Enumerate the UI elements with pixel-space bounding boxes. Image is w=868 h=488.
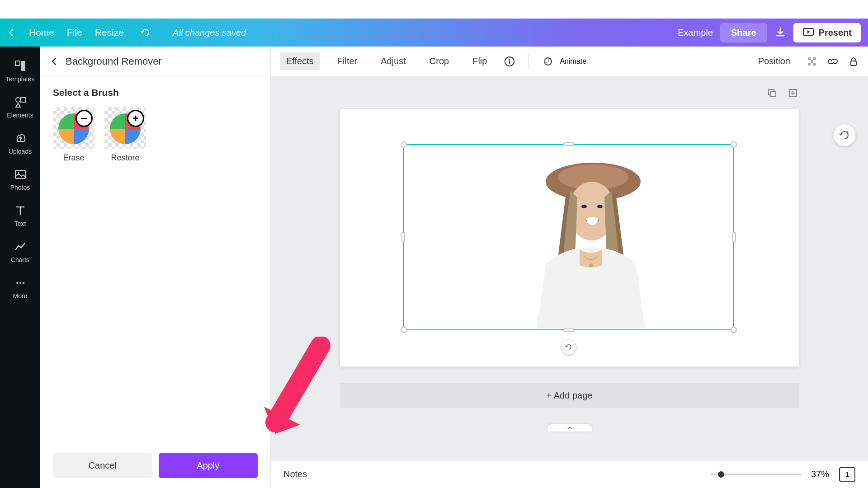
svg-rect-21 [770,91,776,97]
text-icon [14,204,27,217]
present-label: Present [819,28,852,38]
brush-restore-label: Restore [111,153,139,163]
present-button[interactable]: Present [793,23,861,42]
position-button[interactable]: Position [752,52,797,70]
nav-uploads-label: Uploads [9,148,32,155]
brush-restore[interactable]: + Restore [104,107,146,163]
svg-rect-2 [21,61,25,71]
app-header: Home File Resize All changes saved Examp… [0,19,868,47]
svg-rect-15 [813,57,816,60]
nav-templates[interactable]: Templates [0,53,40,89]
duplicate-page-icon[interactable] [766,87,778,99]
nav-photos[interactable]: Photos [0,161,40,197]
svg-point-7 [16,282,18,284]
photos-icon [14,168,27,181]
resize-handle-tl[interactable] [401,141,407,148]
nav-more-label: More [13,292,28,300]
svg-rect-1 [15,61,20,66]
link-icon[interactable] [827,56,838,67]
filter-button[interactable]: Filter [331,52,363,70]
nav-more[interactable]: More [0,270,40,306]
transparency-icon[interactable] [807,56,817,67]
sidebar-nav: Templates Elements Uploads Photos Text [0,47,40,488]
add-page-button[interactable]: + Add page [340,383,799,408]
nav-elements[interactable]: Elements [0,89,40,125]
svg-point-3 [16,98,20,102]
save-status-label: All changes saved [173,28,246,38]
elements-icon [14,95,27,109]
zoom-slider[interactable] [711,474,801,475]
minus-circle-icon: − [75,110,93,127]
brush-erase-preview: − [53,107,94,149]
plus-circle-icon: + [127,110,144,127]
expand-handle[interactable] [547,424,592,432]
selection-box[interactable] [403,144,734,330]
bottom-bar: Notes 37% 1 [271,460,868,488]
zoom-percent-label: 37% [811,469,829,479]
resize-button[interactable]: Resize [95,27,124,38]
nav-uploads[interactable]: Uploads [0,125,40,161]
back-arrow-icon[interactable] [7,28,16,37]
charts-icon [14,240,27,253]
download-icon[interactable] [774,27,786,38]
canvas-page[interactable] [340,109,799,366]
brush-erase-label: Erase [63,153,84,163]
info-icon[interactable] [504,56,515,67]
chevron-back-icon[interactable] [49,56,59,66]
lock-icon[interactable] [848,56,859,67]
apply-button[interactable]: Apply [159,453,258,478]
home-button[interactable]: Home [29,27,54,38]
undo-icon[interactable] [140,27,151,38]
svg-rect-17 [808,63,811,66]
svg-point-9 [23,282,24,284]
adjust-button[interactable]: Adjust [374,52,412,70]
nav-text[interactable]: Text [0,197,40,234]
effects-button[interactable]: Effects [280,52,320,70]
cancel-button[interactable]: Cancel [53,453,152,478]
brush-section-title: Select a Brush [53,87,258,98]
nav-photos-label: Photos [10,184,30,191]
resize-edge-left[interactable] [401,232,405,243]
svg-point-11 [509,59,510,60]
templates-icon [14,59,27,73]
svg-rect-16 [811,60,813,63]
add-page-icon[interactable] [787,87,799,99]
brush-erase[interactable]: − Erase [53,107,94,163]
nav-templates-label: Templates [6,75,35,83]
svg-rect-14 [808,57,811,60]
animate-button[interactable]: Animate [542,56,586,67]
floating-action-button[interactable] [834,124,855,146]
animate-icon [542,56,553,67]
resize-edge-top[interactable] [563,142,574,146]
resize-handle-bl[interactable] [401,327,407,333]
svg-rect-5 [15,170,25,178]
canvas-toolbar: Effects Filter Adjust Crop Flip Animate … [271,47,868,76]
svg-rect-18 [813,63,816,66]
more-icon [14,276,27,290]
svg-point-12 [544,58,552,65]
notes-button[interactable]: Notes [283,469,307,479]
resize-handle-br[interactable] [731,327,737,333]
crop-button[interactable]: Crop [423,52,455,70]
nav-text-label: Text [14,220,26,227]
zoom-slider-thumb[interactable] [718,471,724,478]
uploads-icon [14,131,27,145]
nav-charts[interactable]: Charts [0,234,40,270]
page-grid-button[interactable]: 1 [839,467,855,482]
resize-edge-right[interactable] [732,232,736,243]
svg-rect-4 [21,98,25,102]
svg-rect-19 [851,61,856,66]
canvas-area: Effects Filter Adjust Crop Flip Animate … [271,47,868,488]
svg-point-8 [19,282,21,284]
rotate-handle[interactable] [561,339,576,355]
resize-handle-tr[interactable] [731,141,737,148]
example-button[interactable]: Example [678,28,713,38]
resize-edge-bottom[interactable] [563,328,574,332]
side-panel: Background Remover Select a Brush − Eras… [40,47,271,488]
animate-label: Animate [560,57,586,66]
nav-charts-label: Charts [11,256,29,263]
flip-button[interactable]: Flip [466,52,493,70]
panel-title: Background Remover [66,56,162,67]
share-button[interactable]: Share [720,23,767,42]
file-menu[interactable]: File [67,27,82,38]
